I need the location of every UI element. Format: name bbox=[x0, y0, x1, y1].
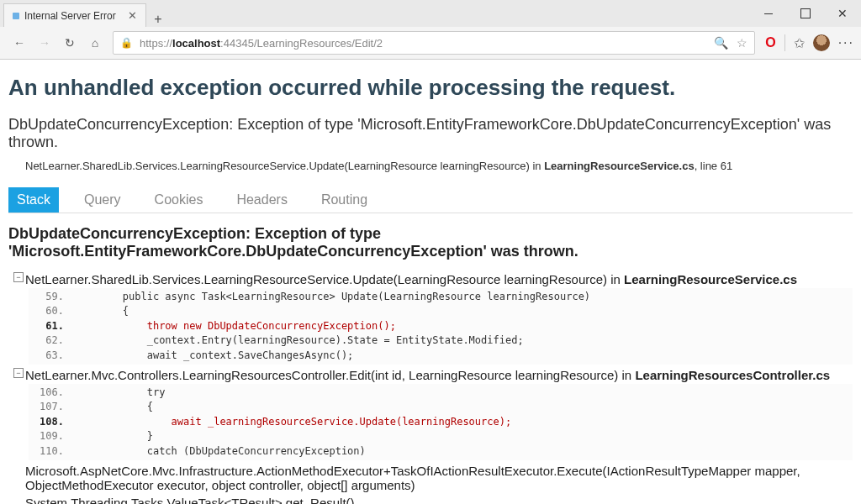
favorite-icon[interactable]: ☆ bbox=[737, 36, 747, 50]
exception-location-method: NetLearner.SharedLib.Services.LearningRe… bbox=[25, 160, 544, 172]
toolbar: ← → ↻ ⌂ 🔒 https://localhost:44345/Learni… bbox=[0, 27, 861, 59]
code-block: 59. public async Task<LearningResource> … bbox=[29, 288, 853, 365]
code-line: 109. } bbox=[29, 429, 853, 444]
code-text: await _context.SaveChangesAsync(); bbox=[74, 349, 353, 363]
titlebar: Internal Server Error ✕ + ✕ bbox=[0, 0, 861, 27]
forward-button[interactable]: → bbox=[32, 30, 57, 55]
new-tab-button[interactable]: + bbox=[146, 12, 170, 27]
code-line: 59. public async Task<LearningResource> … bbox=[29, 290, 853, 304]
frame-header[interactable]: NetLearner.Mvc.Controllers.LearningResou… bbox=[8, 366, 853, 384]
stack-frames: −NetLearner.SharedLib.Services.LearningR… bbox=[8, 270, 853, 460]
browser-chrome: Internal Server Error ✕ + ✕ ← → ↻ ⌂ 🔒 ht… bbox=[0, 0, 861, 60]
frame-file: LearningResourcesController.cs bbox=[635, 368, 830, 382]
tab-cookies[interactable]: Cookies bbox=[146, 187, 212, 213]
tab-stack[interactable]: Stack bbox=[8, 187, 59, 213]
close-tab-icon[interactable]: ✕ bbox=[128, 9, 137, 22]
error-tabs: Stack Query Cookies Headers Routing bbox=[8, 187, 853, 213]
code-text: { bbox=[74, 400, 153, 414]
line-number: 108. bbox=[29, 415, 74, 429]
favicon bbox=[13, 13, 19, 19]
stack-frame: −NetLearner.Mvc.Controllers.LearningReso… bbox=[8, 366, 853, 460]
stack-remaining: Microsoft.AspNetCore.Mvc.Infrastructure.… bbox=[8, 462, 853, 504]
frame-header[interactable]: NetLearner.SharedLib.Services.LearningRe… bbox=[8, 270, 853, 288]
code-line: 63. await _context.SaveChangesAsync(); bbox=[29, 349, 853, 363]
code-line: 108. await _learningResourceService.Upda… bbox=[29, 415, 853, 429]
favorites-star-icon[interactable]: ✩ bbox=[794, 35, 805, 51]
refresh-button[interactable]: ↻ bbox=[57, 30, 82, 55]
code-text: try bbox=[74, 386, 165, 400]
window-maximize-button[interactable] bbox=[787, 0, 824, 27]
line-number: 110. bbox=[29, 444, 74, 459]
line-number: 59. bbox=[29, 290, 74, 304]
line-number: 106. bbox=[29, 386, 74, 400]
home-button[interactable]: ⌂ bbox=[82, 30, 108, 55]
stack-frame: −NetLearner.SharedLib.Services.LearningR… bbox=[8, 270, 853, 365]
tab-title: Internal Server Error bbox=[24, 10, 123, 22]
frame-method: NetLearner.SharedLib.Services.LearningRe… bbox=[25, 272, 624, 286]
page-content: An unhandled exception occurred while pr… bbox=[0, 60, 861, 504]
browser-tab[interactable]: Internal Server Error ✕ bbox=[3, 3, 146, 27]
window-minimize-button[interactable] bbox=[750, 0, 787, 27]
stack-line[interactable]: Microsoft.AspNetCore.Mvc.Infrastructure.… bbox=[8, 462, 853, 494]
tab-query[interactable]: Query bbox=[76, 187, 129, 213]
back-button[interactable]: ← bbox=[7, 30, 32, 55]
exception-location-line: , line 61 bbox=[695, 160, 733, 172]
url-text: https://localhost:44345/LearningResource… bbox=[140, 37, 383, 50]
tab-headers[interactable]: Headers bbox=[228, 187, 295, 213]
address-bar[interactable]: 🔒 https://localhost:44345/LearningResour… bbox=[113, 31, 755, 55]
tab-strip: Internal Server Error ✕ + bbox=[0, 0, 750, 27]
line-number: 63. bbox=[29, 349, 74, 363]
code-line: 106. try bbox=[29, 386, 853, 400]
code-text: catch (DbUpdateConcurrencyException) bbox=[74, 444, 366, 459]
code-text: await _learningResourceService.Update(le… bbox=[74, 415, 511, 429]
url-scheme: https:// bbox=[140, 37, 172, 50]
line-number: 61. bbox=[29, 319, 74, 333]
collapse-toggle[interactable]: − bbox=[13, 272, 24, 282]
exception-title: DbUpdateConcurrencyException: Exception … bbox=[8, 225, 853, 260]
page-title: An unhandled exception occurred while pr… bbox=[8, 75, 853, 101]
code-text: _context.Entry(learningResource).State =… bbox=[74, 333, 524, 348]
profile-avatar[interactable] bbox=[813, 34, 830, 51]
opera-extension-icon[interactable]: O bbox=[765, 35, 775, 50]
exception-location-file: LearningResourceService.cs bbox=[544, 160, 694, 172]
code-line: 60. { bbox=[29, 304, 853, 318]
code-line: 110. catch (DbUpdateConcurrencyException… bbox=[29, 444, 853, 459]
line-number: 109. bbox=[29, 429, 74, 444]
address-bar-right: 🔍 ☆ bbox=[714, 36, 747, 50]
lock-icon: 🔒 bbox=[120, 37, 133, 49]
code-text: public async Task<LearningResource> Upda… bbox=[74, 290, 590, 304]
code-text: throw new DbUpdateConcurrencyException()… bbox=[74, 319, 396, 333]
code-text: { bbox=[74, 304, 129, 318]
code-text: } bbox=[74, 429, 153, 444]
window-controls: ✕ bbox=[750, 0, 861, 27]
line-number: 60. bbox=[29, 304, 74, 318]
separator bbox=[784, 34, 785, 51]
exception-summary: DbUpdateConcurrencyException: Exception … bbox=[8, 116, 853, 151]
tab-routing[interactable]: Routing bbox=[313, 187, 376, 213]
line-number: 62. bbox=[29, 333, 74, 348]
window-close-button[interactable]: ✕ bbox=[824, 0, 861, 27]
exception-location: NetLearner.SharedLib.Services.LearningRe… bbox=[25, 160, 853, 172]
zoom-icon[interactable]: 🔍 bbox=[714, 36, 728, 50]
stack-line[interactable]: System.Threading.Tasks.ValueTask<TResult… bbox=[8, 494, 853, 504]
url-host: localhost bbox=[172, 37, 220, 50]
code-block: 106. try107. {108. await _learningResour… bbox=[29, 384, 853, 460]
collapse-toggle[interactable]: − bbox=[13, 368, 24, 378]
code-line: 61. throw new DbUpdateConcurrencyExcepti… bbox=[29, 319, 853, 333]
code-line: 107. { bbox=[29, 400, 853, 414]
code-line: 62. _context.Entry(learningResource).Sta… bbox=[29, 333, 853, 348]
extensions-area: O ✩ ··· bbox=[765, 34, 854, 51]
url-path: /LearningResources/Edit/2 bbox=[254, 37, 383, 50]
more-menu-icon[interactable]: ··· bbox=[838, 35, 854, 50]
frame-file: LearningResourceService.cs bbox=[624, 272, 797, 286]
url-port: :44345 bbox=[220, 37, 254, 50]
frame-method: NetLearner.Mvc.Controllers.LearningResou… bbox=[25, 368, 635, 382]
line-number: 107. bbox=[29, 400, 74, 414]
